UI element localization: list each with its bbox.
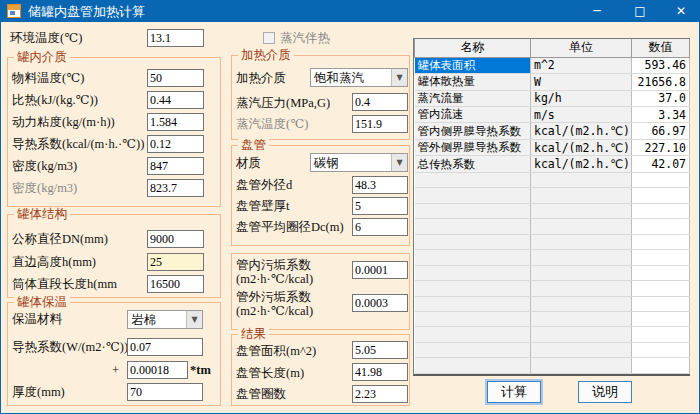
insulation-material-combo[interactable]: 岩棉 ▼	[127, 310, 203, 329]
cell-value[interactable]: 593.46	[632, 57, 690, 73]
steam-trace-label: 蒸汽伴热	[280, 31, 330, 46]
inner-fouling-input[interactable]	[352, 261, 408, 279]
coil-ring-dia-label: 盘管平均圈径Dc(m)	[236, 220, 344, 235]
table-row: 罐体表面积 m^2 593.46	[415, 57, 690, 73]
plus-sign: +	[112, 363, 119, 378]
steam-trace-checkbox[interactable]	[263, 32, 275, 44]
coil-od-label: 盘管外径d	[236, 178, 292, 193]
outer-fouling-label: 管外污垢系数	[236, 290, 311, 305]
table-row-empty	[415, 327, 690, 342]
cell-unit[interactable]: kcal/(m2.h.℃)	[531, 139, 632, 155]
cell-name[interactable]: 罐体散热量	[415, 74, 531, 90]
cell-name[interactable]: 蒸汽流量	[415, 90, 531, 106]
coil-material-combo[interactable]: 碳钢 ▼	[310, 153, 408, 172]
coil-turns-input[interactable]	[352, 385, 408, 403]
coil-length-label: 盘管长度(m)	[236, 366, 304, 381]
cell-value[interactable]: 66.97	[632, 123, 690, 139]
cell-value[interactable]: 42.07	[632, 156, 690, 172]
coil-wall-input[interactable]	[352, 197, 408, 215]
cell-value[interactable]: 227.10	[632, 139, 690, 155]
material-temp-input[interactable]	[147, 69, 204, 87]
close-button[interactable]: ✕	[666, 0, 696, 22]
cell-value[interactable]: 21656.8	[632, 74, 690, 90]
group-tank-insulation-title: 罐体保温	[14, 295, 70, 309]
conductivity-label: 导热系数(kcal/(m·h.·℃))	[12, 137, 144, 152]
results-table: 名称 单位 数值 罐体表面积 m^2 593.46 罐体散热量 W 21656.…	[413, 38, 690, 376]
outer-fouling-input[interactable]	[352, 294, 408, 312]
cell-value[interactable]: 3.34	[632, 106, 690, 122]
table-row-empty	[415, 250, 690, 265]
cell-unit[interactable]: m^2	[531, 57, 632, 73]
table-row: 管内侧界膜导热系数 kcal/(m2.h.℃) 66.97	[415, 123, 690, 139]
table-row-empty	[415, 219, 690, 234]
nominal-diameter-input[interactable]	[147, 230, 204, 248]
steam-temp-label: 蒸汽温度(℃)	[236, 117, 308, 132]
maximize-button[interactable]: □	[625, 0, 655, 22]
insulation-material-value: 岩棉	[128, 311, 186, 328]
conductivity-input[interactable]	[147, 135, 204, 153]
cell-unit[interactable]: kg/h	[531, 90, 632, 106]
straight-height-input[interactable]	[147, 253, 204, 271]
cell-name[interactable]: 罐体表面积	[415, 57, 531, 73]
shell-length-input[interactable]	[147, 275, 204, 293]
ambient-temp-input[interactable]	[147, 29, 204, 47]
table-row-empty	[415, 312, 690, 327]
insulation-conductivity-input[interactable]	[127, 338, 203, 356]
cell-name[interactable]: 管内侧界膜导热系数	[415, 123, 531, 139]
chevron-down-icon[interactable]: ▼	[391, 154, 407, 171]
specific-heat-input[interactable]	[147, 91, 204, 109]
table-header-row: 名称 单位 数值	[415, 39, 690, 57]
outer-fouling-unit: (m2·h·℃/kcal)	[236, 304, 313, 319]
coil-wall-label: 盘管壁厚t	[236, 199, 289, 214]
col-header-unit: 单位	[531, 39, 632, 57]
heating-medium-combo[interactable]: 饱和蒸汽 ▼	[310, 68, 408, 87]
table-row-empty	[415, 281, 690, 296]
chevron-down-icon[interactable]: ▼	[391, 69, 407, 86]
table-row-empty	[415, 265, 690, 280]
cell-name[interactable]: 管外侧界膜导热系数	[415, 139, 531, 155]
cell-name[interactable]: 管内流速	[415, 106, 531, 122]
steam-pressure-input[interactable]	[352, 93, 408, 111]
coil-material-value: 碳钢	[311, 154, 391, 171]
ambient-temp-label: 环境温度(℃)	[10, 31, 82, 46]
steam-temp-input[interactable]	[352, 115, 408, 133]
density2-input[interactable]	[147, 179, 204, 197]
group-tank-medium-title: 罐内介质	[14, 50, 70, 64]
window-title: 储罐内盘管加热计算	[28, 3, 145, 21]
minimize-button[interactable]: ─	[582, 0, 612, 22]
table-row-empty	[415, 172, 690, 187]
cell-unit[interactable]: kcal/(m2.h.℃)	[531, 123, 632, 139]
cell-unit[interactable]: m/s	[531, 106, 632, 122]
chevron-down-icon[interactable]: ▼	[186, 311, 202, 328]
help-button[interactable]: 说明	[578, 381, 632, 403]
heating-medium-label: 加热介质	[236, 71, 286, 86]
insulation-thickness-label: 厚度(mm)	[12, 385, 65, 400]
straight-height-label: 直边高度h(mm)	[12, 255, 96, 270]
density-input[interactable]	[147, 157, 204, 175]
coil-ring-dia-input[interactable]	[352, 218, 408, 236]
shell-length-label: 筒体直段长度h(mm	[12, 277, 117, 292]
slope-suffix-label: *tm	[190, 363, 211, 378]
cell-unit[interactable]: kcal/(m2.h.℃)	[531, 156, 632, 172]
table-row: 管内流速 m/s 3.34	[415, 106, 690, 122]
group-tank-structure-title: 罐体结构	[14, 207, 70, 221]
table-row: 罐体散热量 W 21656.8	[415, 74, 690, 90]
group-heating-medium-title: 加热介质	[238, 48, 294, 62]
nominal-diameter-label: 公称直径DN(mm)	[12, 232, 108, 247]
app-window: 储罐内盘管加热计算 ─ □ ✕ 环境温度(℃) 蒸汽伴热 罐内介质 物料温度(℃…	[0, 0, 700, 414]
specific-heat-label: 比热(kJ/(kg.℃))	[12, 93, 98, 108]
cell-name[interactable]: 总传热系数	[415, 156, 531, 172]
coil-od-input[interactable]	[352, 176, 408, 194]
cell-unit[interactable]: W	[531, 74, 632, 90]
insulation-material-label: 保温材料	[12, 312, 62, 327]
viscosity-input[interactable]	[147, 113, 204, 131]
insulation-thickness-input[interactable]	[127, 383, 203, 401]
insulation-slope-input[interactable]	[127, 361, 188, 379]
coil-length-input[interactable]	[352, 363, 408, 381]
steam-pressure-label: 蒸汽压力(MPa,G)	[236, 96, 330, 111]
cell-value[interactable]: 37.0	[632, 90, 690, 106]
viscosity-label: 动力粘度(kg/(m·h))	[12, 115, 115, 130]
title-bar[interactable]: 储罐内盘管加热计算 ─ □ ✕	[0, 0, 700, 22]
calculate-button[interactable]: 计算	[487, 381, 541, 403]
coil-area-input[interactable]	[352, 341, 408, 359]
